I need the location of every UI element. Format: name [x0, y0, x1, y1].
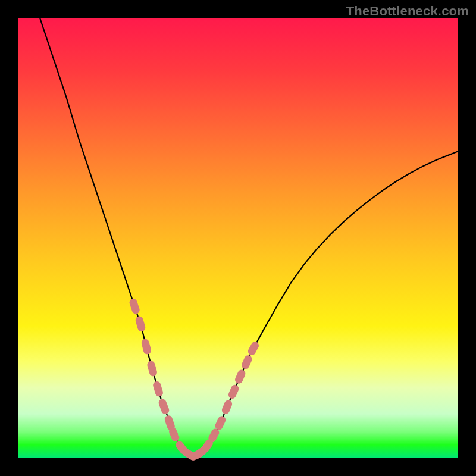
curve-marker	[221, 399, 233, 415]
watermark-label: TheBottleneck.com	[346, 4, 469, 19]
curve-marker	[227, 384, 240, 400]
curve-marker	[246, 340, 260, 356]
curve-marker	[146, 360, 158, 377]
curve-marker	[240, 354, 253, 370]
curve-marker	[214, 415, 227, 431]
curve-svg	[18, 18, 458, 458]
curve-marker	[129, 298, 141, 315]
curve-marker	[234, 368, 247, 384]
bottleneck-curve	[40, 18, 458, 456]
chart-frame: TheBottleneck.com	[0, 0, 476, 476]
plot-area	[18, 18, 458, 458]
curve-marker	[140, 338, 152, 355]
curve-marker	[152, 380, 164, 397]
marker-group	[129, 298, 260, 462]
curve-marker	[158, 398, 170, 415]
curve-marker	[134, 315, 146, 333]
